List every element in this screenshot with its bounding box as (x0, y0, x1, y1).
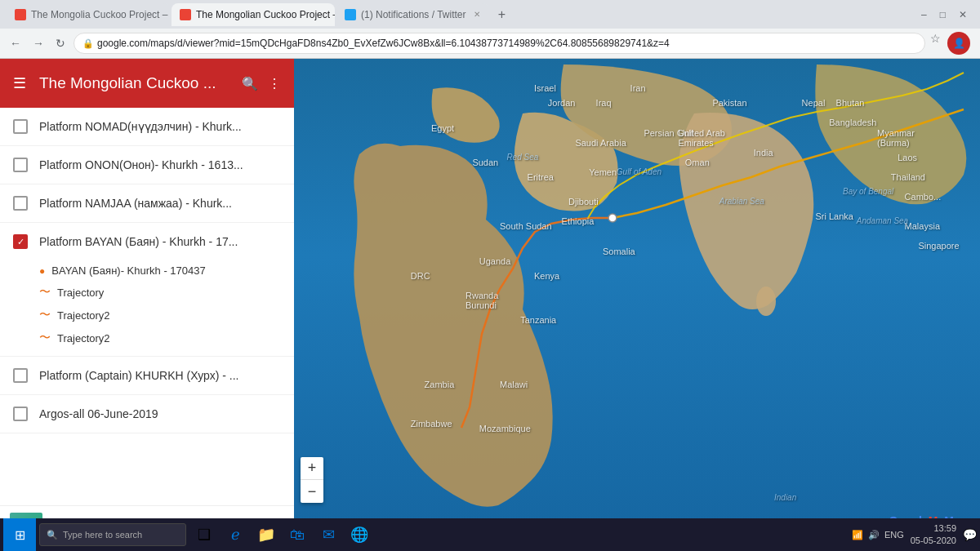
new-tab-button[interactable]: + (490, 3, 513, 26)
forward-button[interactable]: → (29, 37, 47, 50)
map-label-srilanka: Sri Lanka (815, 211, 853, 221)
map-label-yemen: Yemen (589, 167, 617, 177)
url-input[interactable]: 🔒 google.com/maps/d/viewer?mid=15mQDcHga… (74, 33, 925, 54)
tab-1[interactable]: The Mongolia Cuckoo Project – E... ✕ (7, 3, 170, 26)
back-button[interactable]: ← (7, 37, 24, 50)
item-label-nomad: Platform NOMAD(нүүдэлчин) - Khurk... (39, 120, 242, 133)
point-icon: ● (39, 265, 45, 277)
map-label-arabian-sea: Arabian Sea (719, 197, 764, 206)
map-label-mozambique: Mozambique (479, 424, 531, 433)
map-label-indian-ocean: Indian (774, 493, 796, 502)
task-view-icon: ❑ (198, 526, 211, 544)
bayan-header[interactable]: Platform BAYAN (Баян) - Khurkh - 17... (0, 223, 294, 260)
item-label-bayan: Platform BAYAN (Баян) - Khurkh - 17... (39, 235, 238, 248)
tab-3-close[interactable]: ✕ (474, 10, 480, 19)
tab-3-label: (1) Notifications / Twitter (361, 9, 466, 20)
map-controls: + − (301, 457, 323, 503)
tab-1-label: The Mongolia Cuckoo Project – E... (31, 9, 170, 20)
maximize-button[interactable]: □ (937, 9, 949, 20)
app-content: ☰ The Mongolian Cuckoo ... 🔍 ⋮ Platform … (0, 59, 980, 551)
sub-item-trajectory3[interactable]: 〜 Trajectory2 (39, 327, 294, 349)
sidebar-scroll[interactable]: Platform NOMAD(нүүдэлчин) - Khurk... Pla… (0, 108, 294, 505)
store-icon-button[interactable]: 🛍 (283, 520, 312, 549)
map-label-eritrea: Eritrea (528, 172, 554, 182)
trajectory-icon-3: 〜 (39, 331, 51, 345)
checkbox-bayan[interactable] (13, 234, 28, 249)
close-button[interactable]: ✕ (956, 9, 970, 20)
checkbox-onon[interactable] (13, 158, 28, 172)
start-button[interactable]: ⊞ (3, 518, 36, 551)
zoom-out-button[interactable]: − (301, 480, 323, 503)
more-options-icon[interactable]: ⋮ (268, 76, 281, 91)
list-item-captain[interactable]: Platform (Captain) KHURKH (Хурх) - ... (0, 357, 294, 395)
sub-item-trajectory1-label: Trajectory (57, 287, 104, 299)
taskbar-search[interactable]: 🔍 Type here to search (39, 523, 186, 546)
list-item-argos[interactable]: Argos-all 06-June-2019 (0, 395, 294, 433)
browser-chrome: The Mongolia Cuckoo Project – E... ✕ The… (0, 0, 980, 59)
map-label-sudan: Sudan (472, 158, 498, 167)
sub-item-trajectory1[interactable]: 〜 Trajectory (39, 281, 294, 304)
map-label-ethiopia: Ethiopia (562, 216, 595, 226)
map-label-gulf-aden: Gulf of Aden (617, 167, 662, 176)
item-label-onon: Platform ONON(Онон)- Khurkh - 1613... (39, 158, 243, 171)
profile-avatar[interactable]: 👤 (947, 32, 970, 55)
sub-item-trajectory2[interactable]: 〜 Trajectory2 (39, 304, 294, 327)
list-item-onon[interactable]: Platform ONON(Онон)- Khurkh - 1613... (0, 146, 294, 184)
item-label-argos: Argos-all 06-June-2019 (39, 407, 158, 420)
url-text: google.com/maps/d/viewer?mid=15mQDcHgaFD… (97, 38, 670, 49)
clock-time: 13:59 (911, 522, 956, 535)
chrome-icon-button[interactable]: 🌐 (345, 520, 374, 549)
map-label-zambia: Zambia (425, 380, 455, 389)
edge-icon-button[interactable]: ℯ (220, 520, 250, 549)
map-area[interactable]: Iraq Israel Jordan Iran Egypt Pakistan I… (294, 59, 980, 551)
tab-2[interactable]: The Mongolian Cuckoo Project –... ✕ (172, 3, 335, 26)
map-label-saudi: Saudi Arabia (575, 138, 626, 148)
minimize-button[interactable]: – (918, 9, 930, 20)
tab-2-label: The Mongolian Cuckoo Project –... (196, 9, 335, 20)
address-bar: ← → ↻ 🔒 google.com/maps/d/viewer?mid=15m… (0, 29, 980, 58)
sidebar-title: The Mongolian Cuckoo ... (39, 74, 229, 92)
bookmark-icon[interactable]: ☆ (930, 32, 941, 55)
map-label-egypt: Egypt (431, 123, 454, 133)
windows-logo: ⊞ (15, 527, 25, 543)
map-label-jordan: Jordan (548, 98, 576, 108)
explorer-icon: 📁 (257, 526, 275, 544)
tab-bar: The Mongolia Cuckoo Project – E... ✕ The… (0, 0, 980, 29)
map-label-rwanda: RwandaBurundi (466, 291, 498, 310)
list-item-nomad[interactable]: Platform NOMAD(нүүдэлчин) - Khurk... (0, 108, 294, 146)
sub-item-bayan-point[interactable]: ● BAYAN (Баян)- Khurkh - 170437 (39, 260, 294, 281)
taskbar: ⊞ 🔍 Type here to search ❑ ℯ 📁 🛍 ✉ 🌐 📶 🔊 … (0, 518, 980, 551)
checkbox-captain[interactable] (13, 368, 28, 383)
item-label-captain: Platform (Captain) KHURKH (Хурх) - ... (39, 369, 238, 382)
menu-icon[interactable]: ☰ (13, 74, 26, 92)
list-item-namjaa[interactable]: Platform NAMJAA (намжаа) - Khurk... (0, 184, 294, 223)
tab-3[interactable]: (1) Notifications / Twitter ✕ (336, 3, 488, 26)
network-icon: 📶 (852, 530, 863, 540)
map-label-tanzania: Tanzania (520, 315, 556, 325)
map-label-bay-of-bengal: Bay of Bengal (843, 187, 893, 196)
map-label-laos: Laos (898, 153, 917, 162)
zoom-in-button[interactable]: + (301, 457, 323, 480)
taskbar-icons: ❑ ℯ 📁 🛍 ✉ 🌐 (189, 520, 374, 549)
search-icon[interactable]: 🔍 (242, 76, 258, 91)
edge-icon: ℯ (231, 526, 240, 544)
item-label-namjaa: Platform NAMJAA (намжаа) - Khurk... (39, 197, 232, 210)
time-display: 13:59 05-05-2020 (911, 522, 956, 548)
taskbar-search-placeholder: Type here to search (63, 530, 142, 540)
refresh-button[interactable]: ↻ (52, 37, 69, 50)
taskbar-search-icon: 🔍 (47, 530, 58, 540)
map-label-djibouti: Djibouti (568, 197, 599, 207)
sub-item-trajectory2-label: Trajectory2 (57, 309, 110, 322)
map-label-zimbabwe: Zimbabwe (411, 419, 452, 429)
notification-icon[interactable]: 💬 (963, 528, 977, 541)
map-label-andaman-sea: Andaman Sea (857, 216, 908, 225)
task-view-button[interactable]: ❑ (189, 520, 219, 549)
mail-icon-button[interactable]: ✉ (314, 520, 343, 549)
map-label-malawi: Malawi (500, 380, 528, 389)
checkbox-nomad[interactable] (13, 119, 28, 134)
map-label-kenya: Kenya (534, 271, 559, 281)
checkbox-namjaa[interactable] (13, 196, 28, 211)
explorer-icon-button[interactable]: 📁 (252, 520, 281, 549)
sub-item-bayan-point-label: BAYAN (Баян)- Khurkh - 170437 (51, 264, 205, 277)
checkbox-argos[interactable] (13, 407, 28, 421)
